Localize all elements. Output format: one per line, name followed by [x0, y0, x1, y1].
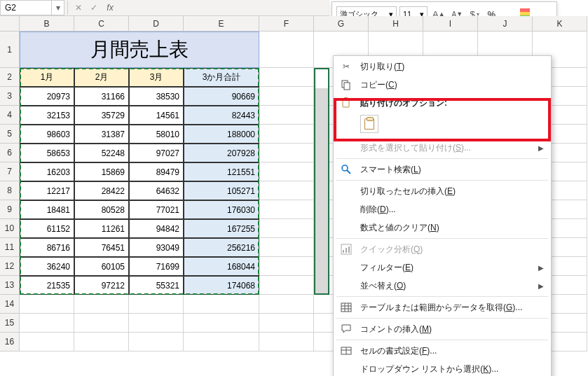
ctx-dropdown-select[interactable]: ドロップダウン リストから選択(K)... — [334, 360, 551, 376]
ctx-filter[interactable]: フィルター(E)▶ — [334, 258, 551, 277]
col-header-G[interactable]: G — [314, 16, 369, 32]
cell-B14[interactable] — [20, 295, 74, 314]
col-header-D[interactable]: D — [129, 16, 184, 32]
cell-F13[interactable] — [259, 276, 314, 295]
cell-D10[interactable]: 94842 — [129, 219, 184, 238]
cell-D14[interactable] — [129, 295, 184, 314]
cell-D16[interactable] — [129, 333, 184, 351]
header-B[interactable]: 1月 — [20, 68, 74, 87]
row-header-3[interactable]: 3 — [0, 87, 20, 106]
cell-B16[interactable] — [20, 333, 74, 351]
cell-F4[interactable] — [259, 106, 314, 125]
ctx-delete[interactable]: 削除(D)... — [334, 200, 551, 218]
row-header-12[interactable]: 12 — [0, 257, 20, 276]
cell-E12[interactable]: 168044 — [184, 257, 259, 276]
ctx-copy[interactable]: コピー(C) — [334, 76, 551, 94]
cell-C13[interactable]: 97212 — [74, 276, 129, 295]
cell-E15[interactable] — [184, 314, 259, 333]
row-header-2[interactable]: 2 — [0, 68, 20, 87]
cell-D6[interactable]: 97027 — [129, 144, 184, 162]
cell-D11[interactable]: 93049 — [129, 238, 184, 257]
cancel-formula-icon[interactable]: ✕ — [71, 0, 86, 15]
enter-formula-icon[interactable]: ✓ — [86, 0, 102, 15]
cell-B5[interactable]: 98603 — [20, 125, 74, 144]
row-header-16[interactable]: 16 — [0, 333, 20, 351]
cell-B10[interactable]: 61152 — [20, 219, 74, 238]
ctx-smart-lookup[interactable]: スマート検索(L) — [334, 160, 551, 179]
cell-F10[interactable] — [259, 219, 314, 238]
cell-F16[interactable] — [259, 333, 314, 351]
cell-D9[interactable]: 77021 — [129, 200, 184, 219]
col-header-B[interactable]: B — [20, 16, 74, 32]
cell-B8[interactable]: 12217 — [20, 181, 74, 200]
row-header-13[interactable]: 13 — [0, 276, 20, 295]
cell-C5[interactable]: 31387 — [74, 125, 129, 144]
title-cell[interactable]: 月間売上表 — [20, 32, 259, 68]
name-box-dropdown[interactable]: ▾ — [52, 0, 64, 15]
cell-E5[interactable]: 188000 — [184, 125, 259, 144]
cell-C3[interactable]: 31166 — [74, 87, 129, 106]
cell-D4[interactable]: 14561 — [129, 106, 184, 125]
select-all-corner[interactable] — [0, 16, 20, 32]
cell-E3[interactable]: 90669 — [184, 87, 259, 106]
cell-B13[interactable]: 21535 — [20, 276, 74, 295]
cell-D3[interactable]: 38530 — [129, 87, 184, 106]
cell-C11[interactable]: 76451 — [74, 238, 129, 257]
row-header-4[interactable]: 4 — [0, 106, 20, 125]
cell-C7[interactable]: 15869 — [74, 162, 129, 181]
cell-D7[interactable]: 89479 — [129, 162, 184, 181]
col-header-H[interactable]: H — [369, 16, 423, 32]
name-box[interactable]: G2 — [0, 0, 52, 15]
cell-B11[interactable]: 86716 — [20, 238, 74, 257]
cell-F1[interactable] — [259, 32, 314, 68]
cell-F8[interactable] — [259, 181, 314, 200]
ctx-cut[interactable]: ✂ 切り取り(T) — [334, 57, 551, 76]
cell-C16[interactable] — [74, 333, 129, 351]
cell-B6[interactable]: 58653 — [20, 144, 74, 162]
cell-F9[interactable] — [259, 200, 314, 219]
cell-F6[interactable] — [259, 144, 314, 162]
row-header-5[interactable]: 5 — [0, 125, 20, 144]
cell-E14[interactable] — [184, 295, 259, 314]
col-header-I[interactable]: I — [423, 16, 478, 32]
cell-E11[interactable]: 256216 — [184, 238, 259, 257]
col-header-C[interactable]: C — [74, 16, 129, 32]
row-header-7[interactable]: 7 — [0, 162, 20, 181]
col-header-K[interactable]: K — [533, 16, 587, 32]
row-header-14[interactable]: 14 — [0, 295, 20, 314]
cell-C14[interactable] — [74, 295, 129, 314]
cell-C4[interactable]: 35729 — [74, 106, 129, 125]
ctx-clear[interactable]: 数式と値のクリア(N) — [334, 218, 551, 237]
cell-D8[interactable]: 64632 — [129, 181, 184, 200]
cell-B9[interactable]: 18481 — [20, 200, 74, 219]
cell-E8[interactable]: 105271 — [184, 181, 259, 200]
col-header-F[interactable]: F — [259, 16, 314, 32]
col-header-J[interactable]: J — [478, 16, 533, 32]
ctx-get-data-from-table[interactable]: テーブルまたは範囲からデータを取得(G)... — [334, 298, 551, 316]
cell-E7[interactable]: 121551 — [184, 162, 259, 181]
ctx-sort[interactable]: 並べ替え(O)▶ — [334, 277, 551, 295]
row-header-9[interactable]: 9 — [0, 200, 20, 219]
cell-B15[interactable] — [20, 314, 74, 333]
cell-B4[interactable]: 32153 — [20, 106, 74, 125]
cell-C6[interactable]: 52248 — [74, 144, 129, 162]
col-header-E[interactable]: E — [184, 16, 259, 32]
cell-D5[interactable]: 58010 — [129, 125, 184, 144]
ctx-insert-comment[interactable]: コメントの挿入(M) — [334, 320, 551, 338]
cell-F7[interactable] — [259, 162, 314, 181]
cell-B12[interactable]: 36240 — [20, 257, 74, 276]
cell-E13[interactable]: 174068 — [184, 276, 259, 295]
fx-icon[interactable]: fx — [102, 3, 118, 13]
header-C[interactable]: 2月 — [74, 68, 129, 87]
cell-E6[interactable]: 207928 — [184, 144, 259, 162]
row-header-1[interactable]: 1 — [0, 32, 20, 68]
ctx-format-cells[interactable]: セルの書式設定(F)... — [334, 342, 551, 360]
cell-B7[interactable]: 16203 — [20, 162, 74, 181]
row-header-15[interactable]: 15 — [0, 314, 20, 333]
row-header-8[interactable]: 8 — [0, 181, 20, 200]
row-header-11[interactable]: 11 — [0, 238, 20, 257]
cell-F15[interactable] — [259, 314, 314, 333]
cell-E16[interactable] — [184, 333, 259, 351]
cell-C12[interactable]: 60105 — [74, 257, 129, 276]
paste-option-default[interactable] — [360, 115, 378, 133]
